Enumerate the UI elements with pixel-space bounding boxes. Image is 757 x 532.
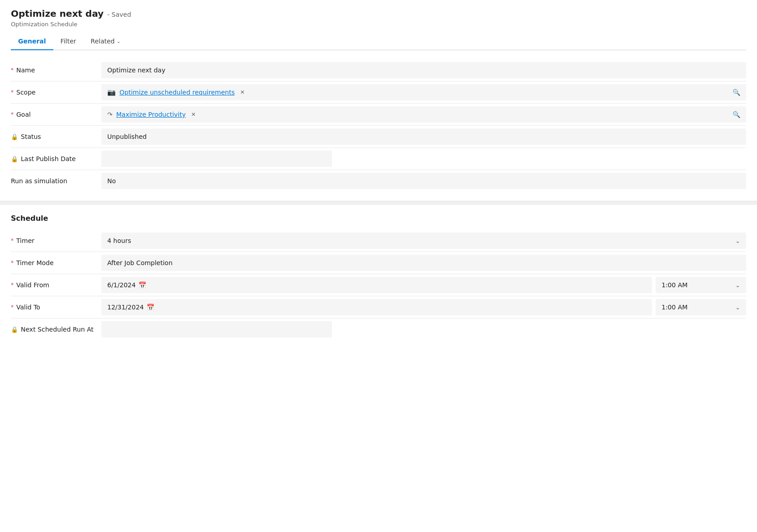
- scope-search-icon[interactable]: 🔍: [733, 89, 740, 96]
- valid-from-time-chevron: ⌄: [735, 282, 740, 289]
- field-goal[interactable]: ↷ Maximize Productivity ✕ 🔍: [101, 106, 746, 123]
- label-next-scheduled-run: 🔒 Next Scheduled Run At: [11, 326, 101, 333]
- valid-from-calendar-icon[interactable]: 📅: [138, 281, 146, 289]
- required-star-valid-to: *: [11, 304, 14, 310]
- required-star-timer: *: [11, 238, 14, 244]
- field-row-valid-to: * Valid To 12/31/2024 📅 1:00 AM ⌄: [11, 296, 746, 318]
- tab-bar: General Filter Related ⌄: [11, 33, 746, 50]
- required-star-valid-from: *: [11, 282, 14, 288]
- scope-field-icon: 📷: [107, 88, 116, 96]
- label-last-publish-date: 🔒 Last Publish Date: [11, 155, 101, 162]
- field-row-timer-mode: * Timer Mode After Job Completion: [11, 252, 746, 274]
- saved-label: - Saved: [107, 11, 131, 18]
- label-name: * Name: [11, 66, 101, 74]
- form-section: * Name Optimize next day * Scope 📷 Optim…: [0, 50, 757, 201]
- field-valid-from: 6/1/2024 📅 1:00 AM ⌄: [101, 277, 746, 293]
- goal-remove-icon[interactable]: ✕: [191, 111, 196, 118]
- valid-to-time[interactable]: 1:00 AM ⌄: [656, 299, 746, 315]
- tab-related[interactable]: Related ⌄: [83, 33, 128, 50]
- label-scope: * Scope: [11, 89, 101, 96]
- field-row-status: 🔒 Status Unpublished: [11, 125, 746, 147]
- required-star-goal: *: [11, 111, 14, 118]
- schedule-title: Schedule: [11, 214, 746, 223]
- label-timer-mode: * Timer Mode: [11, 259, 101, 266]
- valid-to-calendar-icon[interactable]: 📅: [147, 304, 154, 311]
- field-row-name: * Name Optimize next day: [11, 59, 746, 81]
- page-subtitle: Optimization Schedule: [11, 21, 746, 28]
- goal-link[interactable]: Maximize Productivity: [116, 111, 186, 118]
- section-divider: [0, 201, 757, 205]
- field-row-valid-from: * Valid From 6/1/2024 📅 1:00 AM ⌄: [11, 274, 746, 296]
- valid-from-date[interactable]: 6/1/2024 📅: [101, 277, 652, 293]
- label-valid-to: * Valid To: [11, 304, 101, 311]
- field-row-next-scheduled-run: 🔒 Next Scheduled Run At: [11, 318, 746, 340]
- required-star-timer-mode: *: [11, 260, 14, 266]
- field-run-simulation[interactable]: No: [101, 173, 746, 189]
- label-status: 🔒 Status: [11, 133, 101, 140]
- field-name[interactable]: Optimize next day: [101, 62, 746, 78]
- label-timer: * Timer: [11, 237, 101, 244]
- lock-icon-next-run: 🔒: [11, 326, 18, 333]
- required-star-scope: *: [11, 89, 14, 95]
- schedule-section: Schedule * Timer 4 hours ⌄ * Timer Mode …: [0, 205, 757, 349]
- field-status: Unpublished: [101, 128, 746, 145]
- goal-field-icon: ↷: [107, 111, 113, 118]
- label-run-simulation: Run as simulation: [11, 177, 101, 185]
- field-row-scope: * Scope 📷 Optimize unscheduled requireme…: [11, 81, 746, 103]
- tab-filter[interactable]: Filter: [53, 33, 84, 50]
- tab-general[interactable]: General: [11, 33, 53, 50]
- field-timer-mode[interactable]: After Job Completion: [101, 255, 746, 271]
- scope-remove-icon[interactable]: ✕: [240, 89, 245, 95]
- valid-from-time[interactable]: 1:00 AM ⌄: [656, 277, 746, 293]
- field-scope[interactable]: 📷 Optimize unscheduled requirements ✕ 🔍: [101, 84, 746, 100]
- page-title: Optimize next day: [11, 8, 104, 19]
- field-row-last-publish-date: 🔒 Last Publish Date: [11, 147, 746, 170]
- label-valid-from: * Valid From: [11, 281, 101, 289]
- valid-to-date[interactable]: 12/31/2024 📅: [101, 299, 652, 315]
- field-next-scheduled-run: [101, 321, 332, 337]
- required-star-name: *: [11, 67, 14, 73]
- scope-link[interactable]: Optimize unscheduled requirements: [119, 89, 235, 96]
- field-row-goal: * Goal ↷ Maximize Productivity ✕ 🔍: [11, 103, 746, 125]
- field-valid-to: 12/31/2024 📅 1:00 AM ⌄: [101, 299, 746, 315]
- field-last-publish-date: [101, 151, 332, 167]
- goal-search-icon[interactable]: 🔍: [733, 111, 740, 118]
- timer-dropdown-chevron: ⌄: [735, 238, 740, 244]
- lock-icon-publish-date: 🔒: [11, 156, 18, 162]
- field-row-run-simulation: Run as simulation No: [11, 170, 746, 192]
- field-timer[interactable]: 4 hours ⌄: [101, 233, 746, 249]
- page-header: Optimize next day - Saved Optimization S…: [0, 0, 757, 50]
- lock-icon-status: 🔒: [11, 133, 18, 140]
- valid-to-time-chevron: ⌄: [735, 304, 740, 311]
- field-row-timer: * Timer 4 hours ⌄: [11, 230, 746, 252]
- label-goal: * Goal: [11, 111, 101, 118]
- chevron-down-icon: ⌄: [116, 38, 120, 44]
